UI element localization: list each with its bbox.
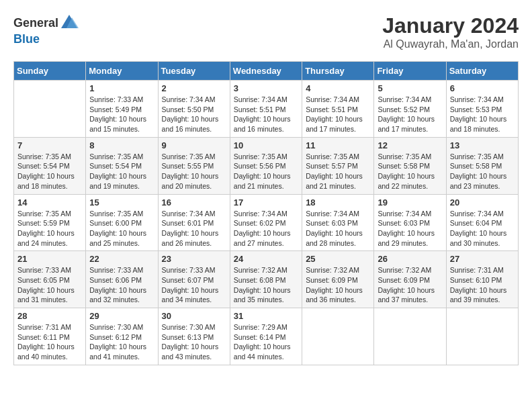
daylight-text: Daylight: 10 hours and 15 minutes. bbox=[89, 114, 154, 134]
daylight-text: Daylight: 10 hours and 36 minutes. bbox=[306, 285, 370, 305]
day-number: 16 bbox=[162, 197, 226, 208]
day-number: 5 bbox=[378, 83, 442, 93]
day-number: 1 bbox=[89, 83, 154, 93]
sunrise-text: Sunrise: 7:30 AM bbox=[162, 322, 226, 332]
day-number: 14 bbox=[17, 197, 82, 208]
day-number: 7 bbox=[17, 140, 82, 150]
daylight-text: Daylight: 10 hours and 32 minutes. bbox=[89, 285, 154, 305]
sunrise-text: Sunrise: 7:34 AM bbox=[378, 95, 442, 105]
sunset-text: Sunset: 5:55 PM bbox=[162, 161, 226, 171]
table-row: 6 Sunrise: 7:34 AM Sunset: 5:53 PM Dayli… bbox=[446, 81, 518, 138]
day-info: Sunrise: 7:33 AM Sunset: 6:05 PM Dayligh… bbox=[17, 265, 82, 305]
table-row: 16 Sunrise: 7:34 AM Sunset: 6:01 PM Dayl… bbox=[158, 194, 230, 251]
day-info: Sunrise: 7:35 AM Sunset: 5:58 PM Dayligh… bbox=[450, 152, 515, 191]
sunrise-text: Sunrise: 7:35 AM bbox=[306, 152, 370, 162]
daylight-text: Daylight: 10 hours and 21 minutes. bbox=[306, 171, 370, 191]
day-info: Sunrise: 7:31 AM Sunset: 6:11 PM Dayligh… bbox=[17, 322, 82, 362]
sunrise-text: Sunrise: 7:33 AM bbox=[17, 265, 82, 275]
sunrise-text: Sunrise: 7:32 AM bbox=[234, 265, 298, 275]
daylight-text: Daylight: 10 hours and 24 minutes. bbox=[17, 228, 82, 248]
table-row: 29 Sunrise: 7:30 AM Sunset: 6:12 PM Dayl… bbox=[86, 308, 158, 365]
day-info: Sunrise: 7:32 AM Sunset: 6:08 PM Dayligh… bbox=[234, 265, 298, 305]
sunset-text: Sunset: 6:05 PM bbox=[17, 275, 82, 285]
daylight-text: Daylight: 10 hours and 21 minutes. bbox=[234, 171, 298, 191]
sunrise-text: Sunrise: 7:34 AM bbox=[234, 95, 298, 105]
sunset-text: Sunset: 6:03 PM bbox=[306, 218, 370, 228]
sunset-text: Sunset: 6:00 PM bbox=[89, 218, 154, 228]
daylight-text: Daylight: 10 hours and 20 minutes. bbox=[162, 171, 226, 191]
sunrise-text: Sunrise: 7:34 AM bbox=[378, 209, 442, 219]
sunset-text: Sunset: 5:56 PM bbox=[234, 161, 298, 171]
day-info: Sunrise: 7:35 AM Sunset: 5:59 PM Dayligh… bbox=[17, 209, 82, 248]
day-info: Sunrise: 7:35 AM Sunset: 5:55 PM Dayligh… bbox=[162, 152, 226, 191]
daylight-text: Daylight: 10 hours and 17 minutes. bbox=[306, 114, 370, 134]
table-row: 1 Sunrise: 7:33 AM Sunset: 5:49 PM Dayli… bbox=[86, 81, 158, 138]
month-title: January 2024 bbox=[382, 13, 519, 38]
header-monday: Monday bbox=[86, 62, 158, 81]
sunrise-text: Sunrise: 7:33 AM bbox=[162, 265, 226, 275]
sunset-text: Sunset: 5:57 PM bbox=[306, 161, 370, 171]
sunrise-text: Sunrise: 7:34 AM bbox=[450, 95, 515, 105]
sunset-text: Sunset: 5:58 PM bbox=[450, 161, 515, 171]
table-row: 24 Sunrise: 7:32 AM Sunset: 6:08 PM Dayl… bbox=[230, 251, 302, 308]
table-row: 31 Sunrise: 7:29 AM Sunset: 6:14 PM Dayl… bbox=[230, 308, 302, 365]
sunset-text: Sunset: 6:10 PM bbox=[450, 275, 515, 285]
table-row bbox=[374, 308, 446, 365]
day-number: 29 bbox=[89, 311, 154, 321]
daylight-text: Daylight: 10 hours and 25 minutes. bbox=[89, 228, 154, 248]
sunrise-text: Sunrise: 7:29 AM bbox=[234, 322, 298, 332]
daylight-text: Daylight: 10 hours and 16 minutes. bbox=[234, 114, 298, 134]
logo: General Blue bbox=[13, 13, 79, 46]
sunset-text: Sunset: 5:51 PM bbox=[234, 105, 298, 115]
table-row: 10 Sunrise: 7:35 AM Sunset: 5:56 PM Dayl… bbox=[230, 137, 302, 194]
header-friday: Friday bbox=[374, 62, 446, 81]
day-number: 6 bbox=[450, 83, 515, 93]
daylight-text: Daylight: 10 hours and 37 minutes. bbox=[378, 285, 442, 305]
day-number: 9 bbox=[162, 140, 226, 150]
daylight-text: Daylight: 10 hours and 44 minutes. bbox=[234, 342, 298, 361]
daylight-text: Daylight: 10 hours and 43 minutes. bbox=[162, 342, 226, 361]
table-row: 2 Sunrise: 7:34 AM Sunset: 5:50 PM Dayli… bbox=[158, 81, 230, 138]
daylight-text: Daylight: 10 hours and 18 minutes. bbox=[450, 114, 515, 134]
table-row: 4 Sunrise: 7:34 AM Sunset: 5:51 PM Dayli… bbox=[302, 81, 374, 138]
sunset-text: Sunset: 6:06 PM bbox=[89, 275, 154, 285]
day-info: Sunrise: 7:34 AM Sunset: 6:02 PM Dayligh… bbox=[234, 209, 298, 248]
sunset-text: Sunset: 6:13 PM bbox=[162, 332, 226, 342]
calendar-week-row: 28 Sunrise: 7:31 AM Sunset: 6:11 PM Dayl… bbox=[14, 308, 519, 365]
calendar-week-row: 14 Sunrise: 7:35 AM Sunset: 5:59 PM Dayl… bbox=[14, 194, 519, 251]
sunrise-text: Sunrise: 7:34 AM bbox=[306, 209, 370, 219]
sunrise-text: Sunrise: 7:34 AM bbox=[450, 209, 515, 219]
day-number: 20 bbox=[450, 197, 515, 208]
day-info: Sunrise: 7:34 AM Sunset: 6:04 PM Dayligh… bbox=[450, 209, 515, 248]
table-row: 18 Sunrise: 7:34 AM Sunset: 6:03 PM Dayl… bbox=[302, 194, 374, 251]
sunset-text: Sunset: 6:08 PM bbox=[234, 275, 298, 285]
table-row: 22 Sunrise: 7:33 AM Sunset: 6:06 PM Dayl… bbox=[86, 251, 158, 308]
day-info: Sunrise: 7:34 AM Sunset: 5:51 PM Dayligh… bbox=[234, 95, 298, 134]
header-wednesday: Wednesday bbox=[230, 62, 302, 81]
daylight-text: Daylight: 10 hours and 16 minutes. bbox=[162, 114, 226, 134]
header-saturday: Saturday bbox=[446, 62, 518, 81]
sunrise-text: Sunrise: 7:34 AM bbox=[306, 95, 370, 105]
header-sunday: Sunday bbox=[14, 62, 86, 81]
day-info: Sunrise: 7:34 AM Sunset: 6:01 PM Dayligh… bbox=[162, 209, 226, 248]
day-info: Sunrise: 7:34 AM Sunset: 5:51 PM Dayligh… bbox=[306, 95, 370, 134]
day-info: Sunrise: 7:29 AM Sunset: 6:14 PM Dayligh… bbox=[234, 322, 298, 362]
title-area: January 2024 Al Quwayrah, Ma'an, Jordan bbox=[382, 13, 519, 50]
table-row bbox=[14, 81, 86, 138]
day-number: 13 bbox=[450, 140, 515, 150]
daylight-text: Daylight: 10 hours and 40 minutes. bbox=[17, 342, 82, 361]
table-row: 26 Sunrise: 7:32 AM Sunset: 6:09 PM Dayl… bbox=[374, 251, 446, 308]
table-row: 21 Sunrise: 7:33 AM Sunset: 6:05 PM Dayl… bbox=[14, 251, 86, 308]
daylight-text: Daylight: 10 hours and 17 minutes. bbox=[378, 114, 442, 134]
header: General Blue January 2024 Al Quwayrah, M… bbox=[13, 13, 519, 50]
day-number: 3 bbox=[234, 83, 298, 93]
weekday-header-row: Sunday Monday Tuesday Wednesday Thursday… bbox=[14, 62, 519, 81]
table-row: 19 Sunrise: 7:34 AM Sunset: 6:03 PM Dayl… bbox=[374, 194, 446, 251]
sunrise-text: Sunrise: 7:33 AM bbox=[89, 95, 154, 105]
table-row: 9 Sunrise: 7:35 AM Sunset: 5:55 PM Dayli… bbox=[158, 137, 230, 194]
sunset-text: Sunset: 6:01 PM bbox=[162, 218, 226, 228]
sunrise-text: Sunrise: 7:31 AM bbox=[17, 322, 82, 332]
table-row: 15 Sunrise: 7:35 AM Sunset: 6:00 PM Dayl… bbox=[86, 194, 158, 251]
table-row: 8 Sunrise: 7:35 AM Sunset: 5:54 PM Dayli… bbox=[86, 137, 158, 194]
sunrise-text: Sunrise: 7:33 AM bbox=[89, 265, 154, 275]
